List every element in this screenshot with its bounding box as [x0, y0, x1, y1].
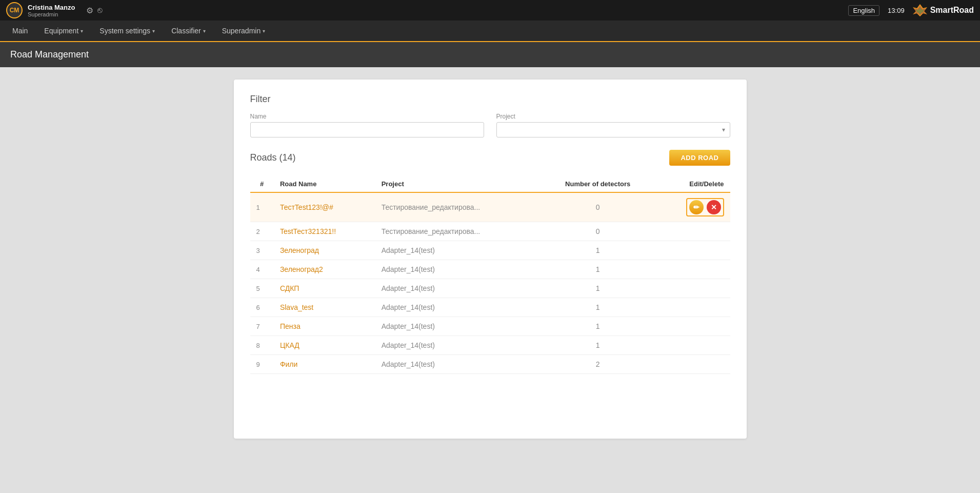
cell-num: 8: [250, 336, 274, 355]
cell-detectors: 1: [540, 298, 655, 317]
cell-detectors: 0: [540, 222, 655, 241]
cell-actions: [655, 260, 730, 279]
page-title: Road Management: [10, 49, 89, 60]
user-info: Cristina Manzo Superadmin: [28, 4, 75, 17]
edit-button[interactable]: ✏: [689, 200, 704, 214]
chevron-down-icon: ▾: [263, 28, 265, 34]
nav-classifier[interactable]: Classifier ▾: [163, 20, 214, 42]
cell-road-name: Slava_test: [274, 298, 375, 317]
chevron-down-icon: ▾: [152, 28, 155, 34]
nav-system-settings[interactable]: System settings ▾: [91, 20, 163, 42]
cell-actions: ✏ ✕: [655, 192, 730, 222]
road-table: # Road Name Project Number of detectors …: [250, 176, 730, 374]
cell-detectors: 1: [540, 260, 655, 279]
cell-road-name: Пенза: [274, 317, 375, 336]
roads-header: Roads (14) ADD ROAD: [250, 150, 730, 166]
cell-project: Adapter_14(test): [375, 336, 541, 355]
chevron-down-icon: ▾: [203, 28, 206, 34]
cell-detectors: 1: [540, 279, 655, 298]
table-row[interactable]: 4 Зеленоград2 Adapter_14(test) 1: [250, 260, 730, 279]
add-road-button[interactable]: ADD ROAD: [669, 150, 730, 166]
nav-equipment[interactable]: Equipment ▾: [36, 20, 91, 42]
cell-project: Тестирование_редактирова...: [375, 222, 541, 241]
cell-road-name: СДКП: [274, 279, 375, 298]
delete-button[interactable]: ✕: [707, 200, 721, 214]
cell-road-name: Фили: [274, 355, 375, 374]
language-selector[interactable]: English: [848, 5, 879, 16]
road-table-body: 1 ТестTest123!@# Тестирование_редактиров…: [250, 192, 730, 374]
table-row[interactable]: 3 Зеленоград Adapter_14(test) 1: [250, 241, 730, 260]
main-content: Filter Name Project ▾ Roads (14) ADD ROA…: [0, 67, 980, 451]
cell-actions: [655, 298, 730, 317]
cell-num: 6: [250, 298, 274, 317]
nav-superadmin[interactable]: Superadmin ▾: [214, 20, 274, 42]
filter-row: Name Project ▾: [250, 113, 730, 137]
filter-project-select[interactable]: [496, 122, 730, 137]
table-row[interactable]: 6 Slava_test Adapter_14(test) 1: [250, 298, 730, 317]
cell-num: 2: [250, 222, 274, 241]
cell-detectors: 1: [540, 317, 655, 336]
cell-actions: [655, 241, 730, 260]
col-project: Project: [375, 176, 541, 192]
user-name: Cristina Manzo: [28, 4, 75, 11]
cell-actions: [655, 317, 730, 336]
cell-project: Adapter_14(test): [375, 298, 541, 317]
cell-detectors: 2: [540, 355, 655, 374]
nav-main[interactable]: Main: [4, 20, 36, 42]
gear-icon[interactable]: ⚙: [86, 6, 93, 15]
brand-logo-icon: [913, 3, 927, 17]
clock: 13:09: [888, 7, 905, 14]
svg-marker-2: [915, 7, 925, 15]
brand-name: SmartRoad: [930, 6, 974, 15]
nav-bar: Main Equipment ▾ System settings ▾ Class…: [0, 21, 980, 42]
chevron-down-icon: ▾: [81, 28, 83, 34]
cell-actions: [655, 336, 730, 355]
cell-road-name: Зеленоград: [274, 241, 375, 260]
table-row[interactable]: 8 ЦКАД Adapter_14(test) 1: [250, 336, 730, 355]
cell-project: Adapter_14(test): [375, 317, 541, 336]
table-row[interactable]: 9 Фили Adapter_14(test) 2: [250, 355, 730, 374]
filter-name-label: Name: [250, 113, 484, 120]
cell-detectors: 1: [540, 241, 655, 260]
user-section: CM Cristina Manzo Superadmin ⚙ ⎋: [6, 2, 103, 18]
cell-project: Adapter_14(test): [375, 260, 541, 279]
cell-detectors: 1: [540, 336, 655, 355]
filter-title: Filter: [250, 94, 730, 105]
table-header-row: # Road Name Project Number of detectors …: [250, 176, 730, 192]
logout-icon[interactable]: ⎋: [97, 6, 103, 15]
cell-num: 4: [250, 260, 274, 279]
page-header: Road Management: [0, 42, 980, 67]
table-row[interactable]: 7 Пенза Adapter_14(test) 1: [250, 317, 730, 336]
action-box: ✏ ✕: [686, 198, 724, 216]
top-bar-icons: ⚙ ⎋: [86, 6, 103, 15]
cell-road-name: ЦКАД: [274, 336, 375, 355]
cell-num: 9: [250, 355, 274, 374]
avatar: CM: [6, 2, 23, 18]
table-row[interactable]: 1 ТестTest123!@# Тестирование_редактиров…: [250, 192, 730, 222]
cell-num: 3: [250, 241, 274, 260]
cell-num: 7: [250, 317, 274, 336]
content-card: Filter Name Project ▾ Roads (14) ADD ROA…: [234, 80, 747, 439]
filter-name-input[interactable]: [250, 122, 484, 137]
top-bar: CM Cristina Manzo Superadmin ⚙ ⎋ English…: [0, 0, 980, 21]
col-road-name: Road Name: [274, 176, 375, 192]
user-role: Superadmin: [28, 11, 75, 17]
cell-road-name: Зеленоград2: [274, 260, 375, 279]
cell-project: Adapter_14(test): [375, 279, 541, 298]
cell-project: Adapter_14(test): [375, 241, 541, 260]
cell-project: Adapter_14(test): [375, 355, 541, 374]
filter-name-group: Name: [250, 113, 484, 137]
cell-detectors: 0: [540, 192, 655, 222]
col-num: #: [250, 176, 274, 192]
filter-project-label: Project: [496, 113, 730, 120]
filter-project-wrapper: ▾: [496, 122, 730, 137]
table-row[interactable]: 5 СДКП Adapter_14(test) 1: [250, 279, 730, 298]
cell-road-name: ТестTest123!@#: [274, 192, 375, 222]
col-detectors: Number of detectors: [540, 176, 655, 192]
filter-project-group: Project ▾: [496, 113, 730, 137]
table-row[interactable]: 2 TestТест321321!! Тестирование_редактир…: [250, 222, 730, 241]
cell-road-name: TestТест321321!!: [274, 222, 375, 241]
cell-actions: [655, 222, 730, 241]
cell-num: 1: [250, 192, 274, 222]
col-actions: Edit/Delete: [655, 176, 730, 192]
